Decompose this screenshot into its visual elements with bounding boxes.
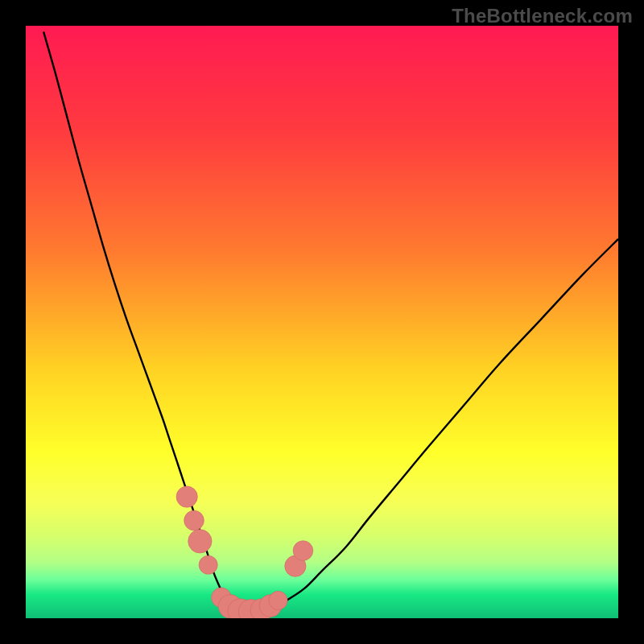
curve-marker [199, 555, 217, 574]
curve-marker [293, 541, 313, 561]
curve-marker [269, 591, 287, 609]
outer-frame: TheBottleneck.com [0, 0, 644, 644]
chart-svg [26, 26, 618, 618]
watermark-text: TheBottleneck.com [452, 5, 633, 27]
curve-marker [184, 510, 204, 530]
curve-marker [188, 530, 212, 553]
curve-marker [176, 486, 197, 507]
plot-area [26, 26, 618, 618]
gradient-background [26, 26, 618, 618]
